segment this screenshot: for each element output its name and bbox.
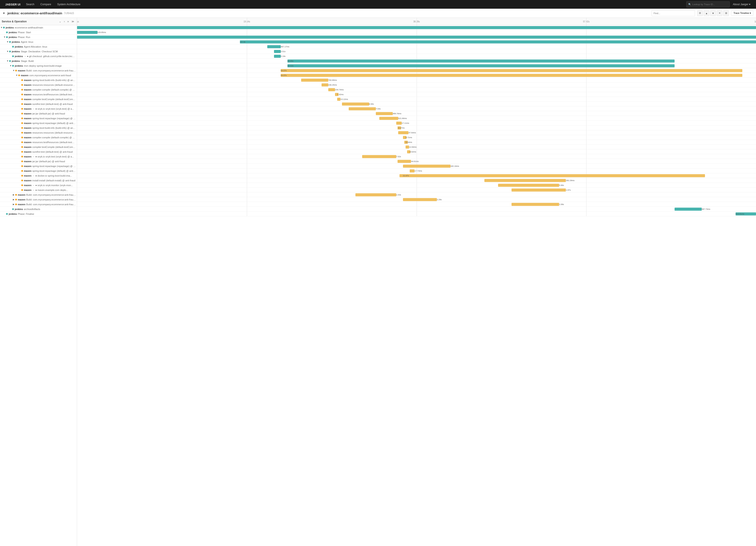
span-bar[interactable] [379,117,398,120]
span-bar[interactable] [512,188,566,191]
tree-row[interactable]: maven→ ● maven.example.com deplo... [0,188,77,192]
tree-row[interactable]: mavenspring-boot:build-info (build-info)… [0,78,77,82]
expand-btn[interactable]: ▼ [15,74,18,76]
span-bar[interactable] [498,184,559,187]
span-bar[interactable] [362,155,396,158]
span-bar[interactable] [287,64,674,67]
tree-row[interactable]: maven→ ● snyk.io snyk:test (snyk-test) @… [0,106,77,111]
expand-btn[interactable]: ▼ [6,41,9,43]
tree-row[interactable]: mavensurefire:test (default-test) @ anti… [0,149,77,154]
tree-row[interactable]: jenkinsarchiveArtifacts [0,207,77,211]
span-bar[interactable] [376,112,393,115]
tree-row[interactable]: maveninstall:install (default-install) @… [0,178,77,183]
tree-row[interactable]: ▼jenkinsStage: Build [0,59,77,63]
trace-id-input[interactable] [692,3,728,6]
settings-btn[interactable]: ⚙ [697,10,703,16]
span-bar[interactable] [301,79,328,82]
expand-all-btn[interactable]: » [66,20,70,23]
grid-btn[interactable]: ⊞ [723,10,729,16]
tree-row[interactable]: jenkins→ ● git checkout: github.com/cyri… [0,54,77,59]
span-bar[interactable] [274,55,281,58]
span-bar[interactable] [287,59,674,63]
tree-row[interactable]: mavenresources:testResources (default-te… [0,92,77,97]
trace-find[interactable] [652,10,695,16]
span-bar[interactable] [399,174,705,177]
tree-row[interactable]: mavenjar:jar (default-jar) @ anti-fraud [0,159,77,164]
span-bar[interactable] [281,69,742,72]
span-bar[interactable] [274,50,281,53]
expand-btn[interactable]: ▼ [3,36,6,38]
span-bar[interactable] [328,88,335,91]
tree-row[interactable]: ▼jenkinsAgent: linux [0,40,77,44]
tree-row[interactable]: mavenspring-boot:repackage (default) @ a… [0,121,77,125]
close-btn[interactable]: ✕ [717,10,722,16]
span-bar[interactable] [410,169,414,172]
tree-row[interactable]: mavenjar:jar (default-jar) @ anti-fraud [0,111,77,116]
span-bar[interactable] [406,145,409,148]
expand-btn[interactable]: ▼ [9,64,12,67]
trace-find-input[interactable] [654,12,693,15]
expand-btn[interactable]: ▶ [12,193,15,196]
tree-row[interactable]: jenkinsPhase: Finalise [0,211,77,216]
span-bar[interactable] [484,179,566,182]
span-bar[interactable] [512,203,559,206]
span-bar[interactable] [267,45,281,48]
span-bar[interactable] [77,26,756,29]
expand-btn[interactable]: ▼ [6,50,9,53]
tree-row[interactable]: mavenresources:resources (default-resour… [0,82,77,87]
tree-row[interactable]: jenkinsPhase: Start [0,30,77,35]
span-bar[interactable] [240,40,756,43]
tree-row[interactable]: mavenspring-boot:build-info (build-info)… [0,125,77,130]
expand-one-btn[interactable]: › [63,20,66,23]
prev-btn[interactable]: ▲ [704,10,709,16]
span-bar[interactable] [398,131,408,134]
expand-btn[interactable]: ▶ [12,198,15,201]
span-bar[interactable] [398,160,411,163]
tree-row[interactable]: ▼jenkinsmvn deploy spring-boot:build-ima… [0,63,77,68]
expand-btn[interactable]: ▼ [0,26,3,29]
collapse-all-btn[interactable]: ⌄ [58,20,62,23]
span-bar[interactable] [281,74,742,77]
tree-row[interactable]: ▶mavenBuild: com.mycompany.ecommerce:ant… [0,202,77,207]
tree-row[interactable]: ▼mavenBuild: com.mycompany.ecommerce:ant… [0,68,77,73]
nav-search[interactable]: Search [23,0,37,9]
nav-about[interactable]: About Jaeger ▾ [730,3,753,6]
span-bar[interactable] [675,208,702,211]
next-btn[interactable]: ▼ [710,10,716,16]
tree-row[interactable]: mavencompiler:compile (default-compile) … [0,87,77,92]
span-bar[interactable] [349,107,376,110]
span-bar[interactable] [337,98,341,101]
tree-row[interactable]: mavencompiler:testCompile (default-testC… [0,145,77,149]
tree-row[interactable]: mavenresources:testResources (default-te… [0,140,77,145]
tree-row[interactable]: mavenresources:resources (default-resour… [0,130,77,135]
tree-row[interactable]: ▼mavencom.mycompany.ecommerce:anti-fraud [0,73,77,78]
tree-row[interactable]: maven→ ● docker.io spring-boot:build-ima… [0,173,77,178]
tree-row[interactable]: mavenspring-boot:repackage (default) @ a… [0,168,77,173]
tree-row[interactable]: jenkinsAgent Allocation: linux [0,44,77,49]
collapse-icon[interactable]: ▼ [3,12,5,15]
span-bar[interactable] [77,36,756,39]
tree-row[interactable]: mavenspring-boot:repackage (repackage) @… [0,164,77,168]
span-bar[interactable] [322,83,328,86]
tree-row[interactable]: ▼jenkinsStage: Declarative: Checkout SCM [0,49,77,54]
tree-row[interactable]: ▶mavenBuild: com.mycompany.ecommerce:ant… [0,192,77,197]
span-bar[interactable] [342,102,369,105]
span-bar[interactable] [355,193,396,196]
tree-row[interactable]: mavensurefire:test (default-test) @ anti… [0,102,77,106]
tree-row[interactable]: mavencompiler:compile (default-compile) … [0,135,77,140]
nav-compare[interactable]: Compare [37,0,54,9]
expand-btn[interactable]: ▼ [6,60,9,62]
tree-row[interactable]: mavenspring-boot:repackage (repackage) @… [0,116,77,121]
expand-btn[interactable]: ▶ [12,203,15,205]
tree-row[interactable]: ▼jenkinsecommerce-antifraud/main [0,25,77,30]
span-bar[interactable] [396,122,402,125]
more-btn[interactable]: ≫ [71,20,75,23]
span-bar[interactable] [403,165,451,168]
expand-btn[interactable]: ▼ [12,69,15,72]
tree-row[interactable]: ▼jenkinsPhase: Run [0,35,77,40]
trace-timeline-btn[interactable]: Trace Timeline ▾ [731,11,753,16]
span-bar[interactable] [403,198,437,201]
nav-system-architecture[interactable]: System Architecture [54,0,83,9]
tree-row[interactable]: maven→ ● snyk.io snyk:monitor (snyk-mon.… [0,183,77,188]
trace-lookup[interactable]: 🔍 [686,1,730,7]
